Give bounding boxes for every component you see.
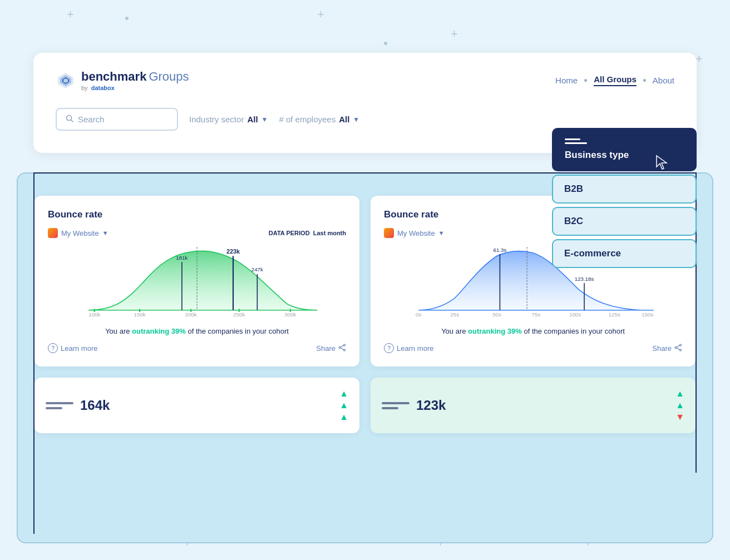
dropdown-header-lines [565,138,684,144]
svg-text:200k: 200k [185,311,197,318]
decorative-plus: + [451,28,458,40]
svg-text:250k: 250k [233,311,245,318]
nav-row: benchmark Groups by databox Home All Gro… [56,70,674,91]
svg-text:25s: 25s [450,311,459,318]
decorative-dot [384,42,387,45]
share-1[interactable]: Share [316,344,346,353]
logo: benchmark Groups by databox [56,70,189,91]
card-1-source-arrow: ▼ [102,230,108,236]
logo-by-line: by databox [81,85,189,91]
groups-word: Groups [149,70,189,84]
share-2[interactable]: Share [652,344,682,353]
bottom-card-1-arrows: ▲ ▲ ▲ [339,389,348,422]
card-1-source[interactable]: My Website ▼ [48,228,108,238]
left-border-line [33,172,34,534]
learn-more-1[interactable]: ? Learn more [48,343,97,353]
share-label-1: Share [316,344,336,353]
industry-sector-filter[interactable]: Industry sector All ▼ [189,115,268,124]
logo-benchmark-text: benchmark Groups [81,70,189,84]
svg-line-27 [341,345,344,347]
dropdown-option-ecommerce[interactable]: E-commerce [552,239,697,268]
svg-point-43 [680,349,682,351]
bc-line-1b [46,407,62,409]
learn-more-icon-1: ? [48,343,58,353]
outranking-text-2: You are [441,327,468,335]
search-icon [66,115,73,124]
outranking-pct-1: outranking 39% [132,327,186,335]
bottom-card-2-arrows: ▲ ▲ ▼ [675,389,684,422]
svg-text:123.18s: 123.18s [575,276,594,282]
outranking-pct-2: outranking 39% [468,327,522,335]
card-2-source-name: My Website [397,229,435,237]
bc-line-2a [382,402,410,404]
card-1-chart: Median 223k 181k 247k 100k 150k 200k 250… [48,247,346,319]
decorative-plus: + [317,8,324,21]
bc-arrow-down-1: ▼ [675,412,684,422]
dropdown-line-2 [565,142,587,144]
bc-arrow-up-3: ▲ [339,412,348,422]
bottom-card-2-lines [382,402,410,409]
dropdown-option-b2c[interactable]: B2C [552,207,697,236]
nav-home[interactable]: Home [555,76,578,85]
dropdown-line-1 [565,138,580,140]
search-box[interactable]: Search [56,108,178,131]
svg-point-25 [344,349,346,351]
svg-text:61.3s: 61.3s [493,247,506,253]
svg-text:100s: 100s [569,311,581,318]
benchmark-card-1: Bounce rate My Website ▼ DATA PERIOD Las… [34,196,359,366]
bottom-card-1: 164k ▲ ▲ ▲ [34,378,359,433]
svg-text:0s: 0s [416,311,421,318]
bc-line-1a [46,402,73,404]
employees-filter[interactable]: # of employees All ▼ [279,115,359,124]
bc-arrow-up-5: ▲ [675,400,684,410]
source-icon-2 [384,228,394,238]
employees-value: All [339,115,349,124]
outranking-text-1: You are [105,327,132,335]
nav-separator-1 [584,79,587,82]
bottom-card-1-lines [46,402,73,409]
share-label-2: Share [652,344,672,353]
industry-sector-value: All [247,115,258,124]
business-type-dropdown: Business type B2B B2C E-commerce [552,128,697,268]
svg-line-28 [341,348,344,349]
nav-about[interactable]: About [653,76,674,85]
card-1-source-row: My Website ▼ DATA PERIOD Last month [48,228,346,238]
learn-more-label-2: Learn more [397,344,433,353]
bottom-card-row: 164k ▲ ▲ ▲ 123k ▲ ▲ ▼ [34,378,696,433]
svg-line-5 [71,120,73,122]
outranking-rest-1: of the companies in your cohort [186,327,289,335]
bottom-card-1-value: 164k [80,398,110,413]
learn-more-icon-2: ? [384,343,394,353]
card-2-source[interactable]: My Website ▼ [384,228,445,238]
card-1-period: DATA PERIOD Last month [269,230,346,236]
svg-line-46 [677,348,680,349]
share-icon-1 [338,344,346,353]
bc-arrow-up-2: ▲ [339,400,348,410]
svg-text:300k: 300k [284,311,296,318]
bc-arrow-up-1: ▲ [339,389,348,399]
share-icon-2 [674,344,682,353]
nav-separator-2 [643,79,646,82]
employees-label: # of employees [279,115,336,124]
dropdown-option-b2b[interactable]: B2B [552,175,697,204]
filter-row: Search Industry sector All ▼ # of employ… [56,108,674,131]
card-1-outranking: You are outranking 39% of the companies … [48,327,346,335]
learn-more-2[interactable]: ? Learn more [384,343,433,353]
card-1-source-name: My Website [61,229,99,237]
svg-point-24 [344,344,346,346]
card-2-actions: ? Learn more Share [384,343,682,353]
business-type-header[interactable]: Business type [552,128,697,171]
nav-all-groups[interactable]: All Groups [594,75,637,86]
decorative-plus: + [67,8,74,21]
svg-text:150s: 150s [642,311,653,318]
bc-line-2b [382,407,398,409]
bottom-card-2-content: 123k ▲ ▲ ▼ [382,389,684,422]
svg-point-44 [675,346,677,348]
svg-text:247k: 247k [251,266,263,272]
svg-text:125s: 125s [609,311,620,318]
logo-text: benchmark Groups by databox [81,70,189,91]
card-1-title: Bounce rate [48,209,346,220]
svg-text:223k: 223k [226,248,240,255]
svg-text:150k: 150k [134,311,146,318]
source-icon-1 [48,228,58,238]
